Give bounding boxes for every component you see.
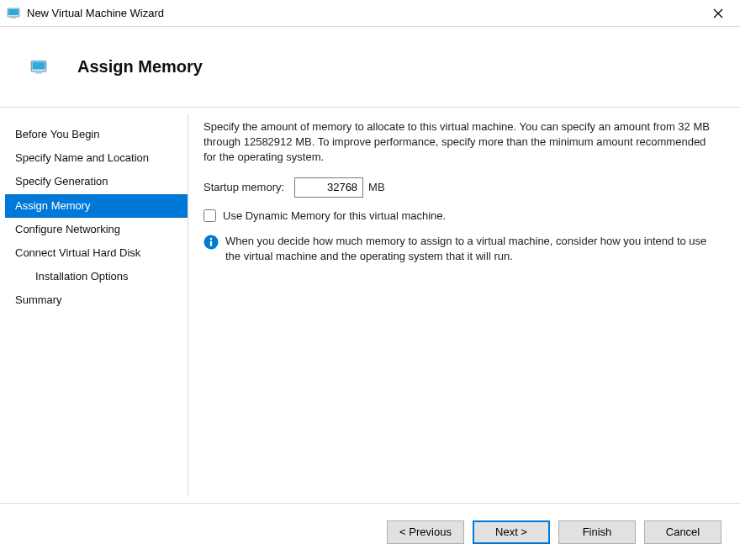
svg-rect-7 [35,71,42,74]
cancel-button[interactable]: Cancel [644,520,722,544]
step-installation-options[interactable]: Installation Options [5,265,188,288]
info-icon [204,235,219,250]
startup-memory-input[interactable] [294,177,363,198]
svg-rect-6 [33,61,45,69]
svg-rect-1 [8,9,18,15]
svg-point-9 [210,237,213,240]
svg-rect-2 [11,17,16,18]
svg-rect-10 [210,240,212,246]
page-heading: Assign Memory [77,57,203,77]
startup-memory-row: Startup memory: MB [204,177,716,198]
step-before-you-begin[interactable]: Before You Begin [5,123,188,146]
step-connect-vhd[interactable]: Connect Virtual Hard Disk [5,241,188,265]
dynamic-memory-label[interactable]: Use Dynamic Memory for this virtual mach… [223,209,446,222]
step-configure-networking[interactable]: Configure Networking [5,218,188,241]
step-specify-generation[interactable]: Specify Generation [5,170,188,193]
step-assign-memory[interactable]: Assign Memory [5,194,188,218]
app-icon [7,7,20,20]
wizard-body: Before You Begin Specify Name and Locati… [0,108,740,503]
dynamic-memory-checkbox[interactable] [204,209,216,222]
dynamic-memory-row: Use Dynamic Memory for this virtual mach… [204,209,716,222]
finish-button[interactable]: Finish [558,520,636,544]
wizard-content: Specify the amount of memory to allocate… [188,108,740,503]
wizard-header: Assign Memory [0,27,740,108]
next-button[interactable]: Next > [473,520,550,544]
startup-memory-unit: MB [368,181,385,193]
previous-button[interactable]: < Previous [387,520,464,544]
close-button[interactable] [701,2,735,25]
step-summary[interactable]: Summary [5,288,188,312]
info-row: When you decide how much memory to assig… [204,234,716,264]
startup-memory-label: Startup memory: [204,181,284,193]
wizard-footer: < Previous Next > Finish Cancel [0,503,740,560]
step-specify-name[interactable]: Specify Name and Location [5,146,188,170]
info-text: When you decide how much memory to assig… [225,234,716,264]
close-icon [713,8,723,18]
window-title: New Virtual Machine Wizard [27,7,701,19]
wizard-icon [30,59,47,76]
memory-description: Specify the amount of memory to allocate… [204,119,716,166]
titlebar: New Virtual Machine Wizard [0,0,740,27]
wizard-steps-sidebar: Before You Begin Specify Name and Locati… [5,114,188,496]
